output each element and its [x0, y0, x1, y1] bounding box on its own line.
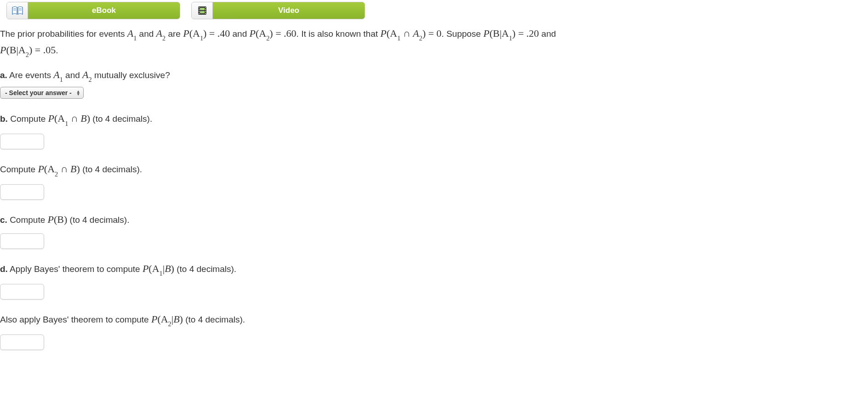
- part-letter: a.: [0, 70, 7, 80]
- question-d2: Also apply Bayes' theorem to compute P(A…: [0, 311, 868, 328]
- math: A1: [53, 69, 63, 80]
- media-button-row: eBook Video: [0, 0, 868, 19]
- svg-rect-9: [199, 11, 200, 12]
- ebook-button[interactable]: eBook: [6, 2, 180, 19]
- svg-rect-14: [205, 13, 206, 14]
- part-letter: b.: [0, 114, 8, 124]
- part-letter: c.: [0, 215, 7, 225]
- text: and: [63, 70, 82, 80]
- text: The prior probabilities for events: [0, 29, 127, 39]
- text: Also apply Bayes' theorem to compute: [0, 315, 151, 324]
- math: P(A2|B): [151, 313, 183, 325]
- text: . It is also known that: [297, 29, 381, 39]
- math: A2: [82, 69, 92, 80]
- text: . Suppose: [441, 29, 483, 39]
- text: and: [137, 29, 156, 39]
- text: Compute: [0, 164, 38, 174]
- math-pa1: P(A1) = .40: [183, 28, 230, 39]
- text: Apply Bayes' theorem to compute: [8, 264, 143, 274]
- svg-rect-5: [200, 8, 205, 10]
- svg-rect-13: [205, 11, 206, 12]
- math: P(A1 ∩ B): [48, 113, 91, 124]
- answer-d1-input[interactable]: [0, 284, 44, 300]
- svg-rect-11: [205, 7, 206, 8]
- question-d: d. Apply Bayes' theorem to compute P(A1|…: [0, 261, 868, 277]
- answer-a-select[interactable]: - Select your answer - ▲▼: [0, 87, 84, 99]
- question-a: a. Are events A1 and A2 mutually exclusi…: [0, 67, 868, 84]
- math: P(A1|B): [143, 263, 174, 274]
- text: (to 4 decimals).: [67, 215, 129, 225]
- text: Are events: [7, 70, 53, 80]
- math-pba2: P(B|A2) = .05: [0, 44, 56, 56]
- math-a2: A2: [156, 28, 166, 39]
- math: P(B): [48, 214, 68, 225]
- select-placeholder: - Select your answer -: [5, 89, 72, 96]
- text: (to 4 decimals).: [80, 164, 142, 174]
- text: are: [166, 29, 183, 39]
- text: Compute: [7, 215, 48, 225]
- question-content: The prior probabilities for events A1 an…: [0, 26, 868, 359]
- answer-b2-input[interactable]: [0, 184, 44, 200]
- question-b: b. Compute P(A1 ∩ B) (to 4 decimals).: [0, 111, 868, 127]
- text: (to 4 decimals).: [90, 114, 152, 124]
- svg-rect-6: [200, 11, 205, 13]
- math: P(A2 ∩ B): [38, 163, 80, 175]
- question-b2: Compute P(A2 ∩ B) (to 4 decimals).: [0, 161, 868, 178]
- text: mutually exclusive?: [92, 70, 170, 80]
- svg-rect-12: [205, 9, 206, 10]
- text: .: [56, 45, 58, 55]
- question-c: c. Compute P(B) (to 4 decimals).: [0, 212, 868, 227]
- text: and: [539, 29, 556, 39]
- film-icon: [192, 2, 213, 19]
- svg-rect-7: [199, 7, 200, 8]
- math-pint: P(A1 ∩ A2) = 0: [380, 28, 441, 39]
- answer-c-input[interactable]: [0, 233, 44, 249]
- text: and: [230, 29, 249, 39]
- answer-b1-input[interactable]: [0, 134, 44, 149]
- intro-text: The prior probabilities for events A1 an…: [0, 26, 868, 59]
- book-icon: [7, 2, 28, 19]
- video-label: Video: [213, 2, 365, 19]
- math-a1: A1: [127, 28, 137, 39]
- math-pba1: P(B|A1) = .20: [483, 28, 539, 39]
- part-letter: d.: [0, 264, 8, 274]
- svg-rect-8: [199, 9, 200, 10]
- video-button[interactable]: Video: [191, 2, 365, 19]
- updown-icon: ▲▼: [76, 90, 80, 96]
- math-pa2: P(A2) = .60: [250, 28, 297, 39]
- text: (to 4 decimals).: [183, 315, 245, 324]
- text: Compute: [8, 114, 48, 124]
- ebook-label: eBook: [28, 2, 180, 19]
- answer-d2-input[interactable]: [0, 334, 44, 350]
- svg-rect-10: [199, 13, 200, 14]
- text: (to 4 decimals).: [174, 264, 236, 274]
